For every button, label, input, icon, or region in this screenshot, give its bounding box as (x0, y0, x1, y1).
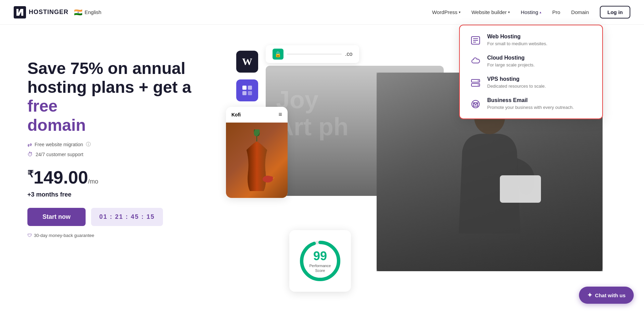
list-icon (469, 34, 482, 47)
nav-left: HOSTINGER 🇮🇳 English (14, 6, 101, 18)
start-now-button[interactable]: Start now (27, 208, 86, 226)
web-hosting-content: Web Hosting For small to medium websites… (487, 34, 593, 46)
nav-hosting[interactable]: Hosting ▴ (521, 9, 541, 15)
chevron-up-icon: ▴ (540, 10, 541, 14)
navbar: HOSTINGER 🇮🇳 English WordPress ▾ Website… (0, 0, 644, 25)
vase-illustration (236, 129, 277, 198)
kofi-card-name: Kofi (231, 112, 241, 117)
nav-website-builder[interactable]: Website builder ▾ (471, 9, 510, 15)
svg-rect-11 (248, 86, 252, 90)
dropdown-item-web-hosting[interactable]: Web Hosting For small to medium websites… (469, 34, 593, 47)
hosting-dropdown: Web Hosting For small to medium websites… (459, 25, 603, 119)
business-email-title: Business Email (487, 97, 593, 103)
hero-title-line1: Save 75% on annualhosting plans + get a (27, 59, 191, 96)
info-icon: ⓘ (86, 141, 91, 148)
vps-hosting-content: VPS hosting Dedicated resources to scale… (487, 76, 593, 89)
svg-point-20 (269, 176, 273, 180)
web-hosting-subtitle: For small to medium websites. (487, 41, 593, 46)
wordpress-icon: W (242, 56, 252, 67)
feature-migration: ⇄ Free website migration ⓘ (27, 141, 205, 148)
feature-support: ⏱ 24/7 customer support (27, 151, 205, 158)
svg-rect-15 (500, 175, 541, 203)
builder-icon-box (236, 79, 258, 101)
svg-rect-10 (242, 86, 247, 90)
kofi-card-header: Kofi ≡ (226, 107, 288, 123)
business-email-content: Business Email Promote your business wit… (487, 97, 593, 110)
performance-score-card: 99 PerformanceScore (289, 230, 351, 292)
shield-icon: 🛡 (27, 233, 32, 238)
web-hosting-title: Web Hosting (487, 34, 593, 40)
dropdown-item-cloud-hosting[interactable]: Cloud Hosting For large scale projects. (469, 55, 593, 68)
builder-icon (241, 84, 253, 97)
domain-input-bar (287, 54, 342, 54)
cloud-hosting-subtitle: For large scale projects. (487, 62, 593, 67)
chevron-down-icon: ▾ (508, 10, 510, 14)
dropdown-item-vps-hosting[interactable]: VPS hosting Dedicated resources to scale… (469, 76, 593, 89)
svg-point-8 (478, 85, 479, 86)
price-block: ₹149.00/mo (27, 167, 205, 188)
performance-score-value: 99 PerformanceScore (310, 249, 331, 273)
wordpress-icon-box: W (236, 51, 258, 73)
logo[interactable]: HOSTINGER (14, 6, 68, 18)
nav-domain[interactable]: Domain (571, 9, 589, 15)
migration-icon: ⇄ (27, 141, 32, 148)
server-icon (469, 77, 482, 89)
features-list: ⇄ Free website migration ⓘ ⏱ 24/7 custom… (27, 141, 205, 158)
hamburger-icon: ≡ (278, 111, 282, 118)
sparkle-icon: ✦ (587, 291, 592, 299)
svg-point-7 (478, 80, 479, 81)
guarantee-text: 🛡 30-day money-back guarantee (27, 233, 205, 238)
logo-icon (14, 6, 26, 18)
cloud-hosting-content: Cloud Hosting For large scale projects. (487, 55, 593, 67)
login-button[interactable]: Log in (600, 6, 630, 18)
logo-text: HOSTINGER (29, 9, 68, 16)
domain-tld: .co (345, 51, 352, 57)
hero-left: Save 75% on annualhosting plans + get a … (27, 45, 205, 238)
nav-right: WordPress ▾ Website builder ▾ Hosting ▴ … (432, 6, 630, 18)
svg-rect-13 (248, 91, 252, 95)
months-free: +3 months free (27, 191, 205, 198)
lock-icon: 🔒 (273, 49, 283, 60)
kofi-card-image (226, 123, 288, 198)
hero-title: Save 75% on annualhosting plans + get a … (27, 59, 205, 135)
svg-point-9 (472, 100, 479, 108)
flag-icon: 🇮🇳 (74, 8, 83, 16)
chevron-down-icon: ▾ (459, 10, 460, 14)
cloud-hosting-title: Cloud Hosting (487, 55, 593, 61)
svg-rect-12 (242, 91, 247, 95)
hero-free-text: free (27, 97, 58, 115)
email-icon (469, 98, 482, 110)
vps-hosting-subtitle: Dedicated resources to scale. (487, 84, 593, 89)
cta-row: Start now 01 : 21 : 45 : 15 (27, 208, 205, 226)
nav-pro[interactable]: Pro (552, 9, 560, 15)
vps-hosting-title: VPS hosting (487, 76, 593, 82)
language-selector[interactable]: 🇮🇳 English (74, 8, 101, 16)
domain-bar: 🔒 .co (266, 45, 359, 63)
hero-domain-text: domain (27, 116, 86, 134)
chat-button[interactable]: ✦ Chat with us (579, 287, 634, 304)
nav-wordpress[interactable]: WordPress ▾ (432, 9, 460, 15)
price-display: ₹149.00/mo (27, 167, 98, 187)
language-label: English (85, 9, 101, 15)
business-email-subtitle: Promote your business with every outreac… (487, 105, 593, 110)
countdown-timer: 01 : 21 : 45 : 15 (91, 208, 163, 226)
cloud-icon (469, 55, 482, 68)
clock-icon: ⏱ (27, 151, 33, 158)
chat-label: Chat with us (595, 292, 626, 298)
dropdown-item-business-email[interactable]: Business Email Promote your business wit… (469, 97, 593, 110)
performance-score-label: PerformanceScore (310, 263, 331, 273)
kofi-mobile-card: Kofi ≡ (226, 107, 288, 198)
